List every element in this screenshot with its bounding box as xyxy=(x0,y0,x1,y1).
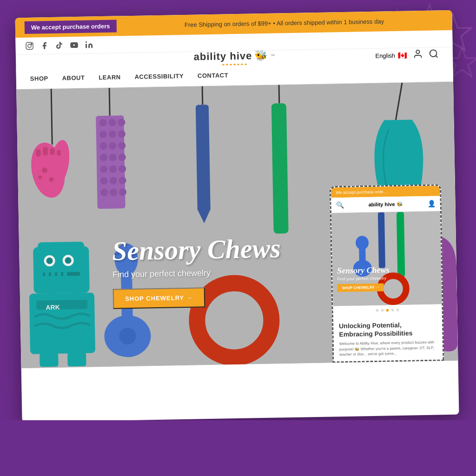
bottom-purple-area xyxy=(0,420,476,476)
mobile-content-title: Unlocking Potential, Embracing Possibili… xyxy=(339,320,437,339)
mobile-shop-button[interactable]: SHOP CHEWELRY → xyxy=(337,284,384,292)
mobile-nav: 🔍 ability hive 🐝 👤 xyxy=(331,196,440,213)
tiktok-icon[interactable] xyxy=(54,40,64,50)
language-selector[interactable]: English 🇨🇦 xyxy=(375,51,407,60)
nav-shop[interactable]: SHOP xyxy=(30,75,48,82)
linkedin-icon[interactable] xyxy=(84,40,93,49)
carousel-dot-4[interactable] xyxy=(391,309,394,311)
carousel-dot-1[interactable] xyxy=(376,309,379,312)
youtube-icon[interactable] xyxy=(69,40,79,50)
language-label: English xyxy=(375,52,395,60)
hero-title: Sensory Chews xyxy=(112,233,281,266)
announcement-left-text: We accept purchase orders xyxy=(25,20,117,33)
mobile-hero-text: Sensory Chews Find your perfect chewelry… xyxy=(337,265,390,292)
mobile-search-icon[interactable]: 🔍 xyxy=(336,201,344,209)
svg-point-5 xyxy=(28,44,32,48)
svg-point-10 xyxy=(416,50,419,53)
svg-line-12 xyxy=(436,56,437,58)
header-right: English 🇨🇦 xyxy=(375,48,439,62)
nav-learn[interactable]: LEARN xyxy=(99,73,121,81)
svg-rect-8 xyxy=(86,44,87,48)
nav-contact[interactable]: CONTACT xyxy=(198,72,228,79)
svg-point-6 xyxy=(31,43,32,44)
canadian-flag-icon: 🇨🇦 xyxy=(398,51,407,60)
mobile-preview: We accept purchase orde... 🔍 ability hiv… xyxy=(330,184,444,363)
mobile-account-icon[interactable]: 👤 xyxy=(427,200,435,207)
mobile-hero: Sensory Chews Find your perfect chewelry… xyxy=(331,211,442,306)
nav-links: SHOP ABOUT LEARN ACCESSIBILITY CONTACT xyxy=(30,65,228,88)
mobile-content-section: Unlocking Potential, Embracing Possibili… xyxy=(333,314,443,363)
carousel-dot-5[interactable] xyxy=(397,309,399,311)
mobile-logo: ability hive 🐝 xyxy=(369,201,403,207)
svg-rect-82 xyxy=(397,212,405,277)
bee-icon: 🐝 xyxy=(255,50,267,62)
trademark-symbol: ™ xyxy=(270,53,275,58)
browser-window: We accept purchase orders Free Shipping … xyxy=(15,10,459,422)
svg-point-9 xyxy=(86,41,87,43)
shop-chewelry-button[interactable]: SHOP CHEWELRY → xyxy=(113,287,205,309)
search-icon[interactable] xyxy=(429,48,439,60)
mobile-content-text: Welcome to Ability Hive, where every pro… xyxy=(339,340,437,357)
hero-subtitle: Find your perfect chewelry xyxy=(112,267,281,279)
facebook-icon[interactable] xyxy=(40,41,49,50)
carousel-dot-2[interactable] xyxy=(381,309,384,312)
nav-about[interactable]: ABOUT xyxy=(62,74,85,82)
nav-accessibility[interactable]: ACCESSIBILITY xyxy=(134,73,184,80)
svg-rect-81 xyxy=(378,212,385,268)
instagram-icon[interactable] xyxy=(25,41,34,51)
carousel-dot-3[interactable] xyxy=(386,309,389,311)
account-icon[interactable] xyxy=(413,48,423,61)
mobile-hero-title: Sensory Chews xyxy=(337,265,390,276)
logo-text: ability hive xyxy=(193,50,252,63)
announcement-center-text: Free Shipping on orders of $99+ • All or… xyxy=(126,17,443,29)
hero-content: Sensory Chews Find your perfect chewelry… xyxy=(112,233,282,309)
hero-section: ARK Sensory C xyxy=(16,82,458,368)
mobile-hero-subtitle: Find your perfect chewelry xyxy=(337,276,390,281)
